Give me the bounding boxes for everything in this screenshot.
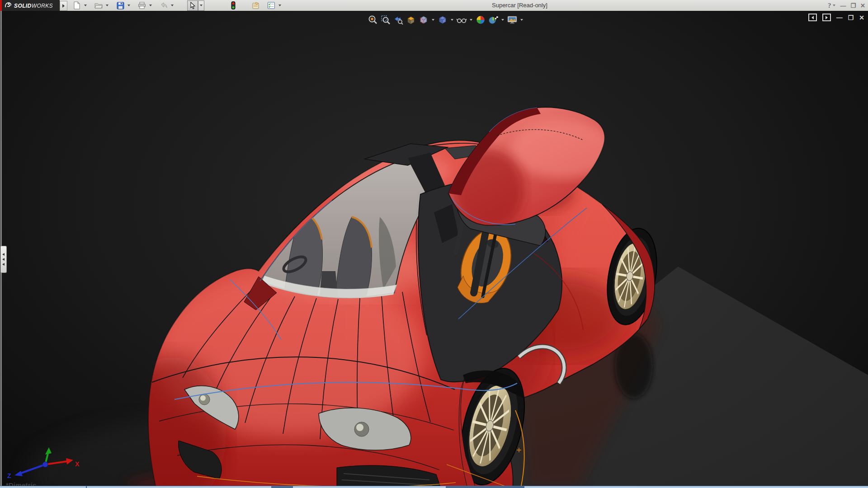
pane-left-toggle[interactable] bbox=[808, 14, 817, 21]
doc-minimize-button[interactable]: — bbox=[836, 14, 843, 21]
eyeglasses-icon bbox=[456, 15, 467, 25]
undo-dropdown[interactable] bbox=[169, 0, 175, 11]
appearance-ball-icon bbox=[476, 15, 486, 25]
select-button[interactable] bbox=[187, 0, 198, 11]
save-button[interactable] bbox=[115, 0, 126, 11]
triangle-left-icon bbox=[811, 16, 814, 19]
options-icon bbox=[267, 2, 275, 9]
new-document-button[interactable] bbox=[71, 0, 82, 11]
open-folder-icon bbox=[94, 2, 103, 9]
titlebar: SOLIDWORKS bbox=[0, 0, 868, 11]
display-style-dropdown[interactable] bbox=[449, 14, 454, 25]
headsup-view-toolbar bbox=[367, 14, 524, 25]
new-document-dropdown[interactable] bbox=[82, 0, 89, 11]
restore-button[interactable]: ❐ bbox=[850, 2, 856, 9]
view-orientation-dropdown[interactable] bbox=[430, 14, 435, 25]
minimize-button[interactable]: — bbox=[840, 2, 846, 9]
section-view-button[interactable] bbox=[405, 14, 416, 25]
doc-restore-button[interactable]: ❐ bbox=[848, 14, 854, 21]
zoom-to-fit-icon bbox=[368, 15, 378, 25]
print-dropdown[interactable] bbox=[147, 0, 154, 11]
display-style-button[interactable] bbox=[437, 14, 448, 25]
zoom-to-area-icon bbox=[381, 15, 391, 25]
solidworks-window: SOLIDWORKS bbox=[0, 0, 868, 488]
new-document-icon bbox=[73, 1, 80, 9]
menu-expand-arrow[interactable] bbox=[60, 1, 67, 11]
view-orientation-icon bbox=[419, 15, 429, 25]
undo-button[interactable] bbox=[158, 0, 169, 11]
undo-arrow-icon bbox=[160, 2, 168, 9]
previous-view-button[interactable] bbox=[392, 14, 404, 25]
print-icon bbox=[138, 2, 146, 9]
brand-text-bold: SOLID bbox=[14, 3, 32, 9]
featuremanager-collapsed-tab[interactable] bbox=[0, 246, 7, 273]
hide-show-items-button[interactable] bbox=[456, 14, 467, 25]
file-properties-button[interactable] bbox=[250, 0, 261, 11]
apply-scene-dropdown[interactable] bbox=[500, 14, 505, 25]
display-style-icon bbox=[438, 15, 448, 25]
edit-appearance-button[interactable] bbox=[475, 14, 486, 25]
3ds-logo-icon bbox=[5, 2, 12, 9]
arrow-right-icon bbox=[62, 4, 65, 8]
previous-view-icon bbox=[393, 15, 403, 25]
view-settings-dropdown[interactable] bbox=[519, 14, 524, 25]
window-title: Supercar [Read-only] bbox=[492, 0, 547, 11]
pane-right-toggle[interactable] bbox=[822, 14, 831, 21]
traffic-light-icon bbox=[231, 1, 236, 9]
select-cursor-icon bbox=[189, 2, 196, 9]
chevron-left-icon bbox=[2, 253, 5, 256]
main-toolbar bbox=[71, 0, 283, 10]
open-button[interactable] bbox=[93, 0, 104, 11]
view-settings-button[interactable] bbox=[506, 14, 518, 25]
hide-show-items-dropdown[interactable] bbox=[468, 14, 473, 25]
zoom-to-area-button[interactable] bbox=[380, 14, 391, 25]
options-dropdown[interactable] bbox=[277, 0, 283, 11]
triangle-right-icon bbox=[826, 16, 828, 19]
view-orientation-button[interactable] bbox=[418, 14, 429, 25]
chevron-left-icon bbox=[2, 263, 5, 266]
doc-close-button[interactable]: ✕ bbox=[859, 14, 864, 21]
taskbar-edge-strip bbox=[0, 486, 868, 488]
brand-text-light: WORKS bbox=[32, 3, 53, 9]
print-button[interactable] bbox=[137, 0, 147, 11]
options-button[interactable] bbox=[266, 0, 277, 11]
save-floppy-icon bbox=[117, 2, 124, 9]
view-settings-icon bbox=[507, 15, 518, 25]
triad-x-label: X bbox=[75, 460, 80, 468]
file-properties-icon bbox=[252, 2, 260, 9]
apply-scene-icon bbox=[488, 15, 499, 25]
document-window-controls: — ❐ ✕ bbox=[808, 14, 864, 21]
graphics-viewport[interactable]: X Z bbox=[0, 11, 868, 488]
apply-scene-button[interactable] bbox=[487, 14, 499, 25]
help-button[interactable]: ? bbox=[828, 2, 831, 9]
save-dropdown[interactable] bbox=[126, 0, 132, 11]
open-dropdown[interactable] bbox=[104, 0, 110, 11]
car-model-scene[interactable]: X Z bbox=[0, 11, 868, 488]
solidworks-brand: SOLIDWORKS bbox=[2, 0, 60, 11]
app-window-controls: ? — ❐ ✕ bbox=[828, 0, 865, 11]
zoom-to-fit-button[interactable] bbox=[367, 14, 378, 25]
chevron-left-icon bbox=[2, 258, 5, 261]
section-view-icon bbox=[406, 15, 416, 25]
help-dropdown[interactable] bbox=[833, 5, 835, 6]
select-dropdown[interactable] bbox=[198, 0, 204, 11]
close-button[interactable]: ✕ bbox=[860, 2, 865, 9]
triad-z-label: Z bbox=[7, 472, 11, 479]
rebuild-button[interactable] bbox=[228, 0, 239, 11]
